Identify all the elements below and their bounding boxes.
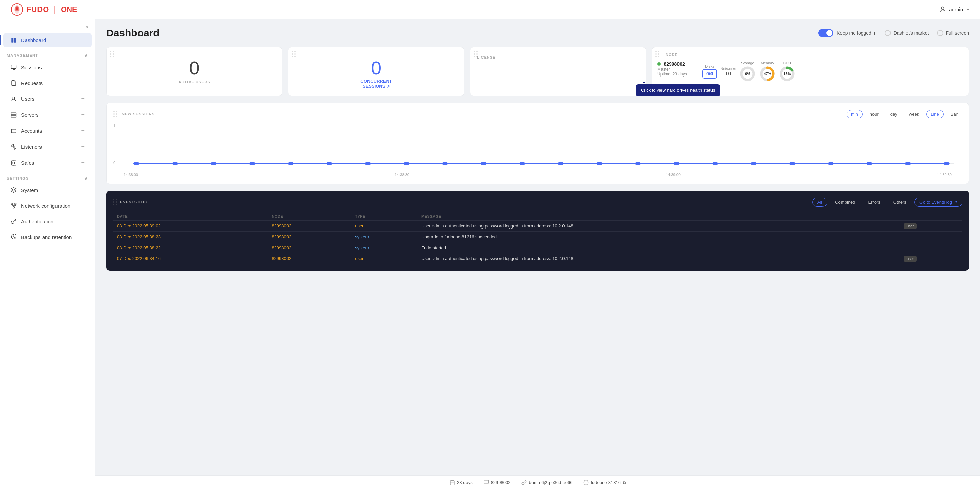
event-node-0: 82998002 — [267, 221, 351, 231]
node-disks-value[interactable]: 0/0 — [702, 69, 717, 79]
svg-point-38 — [558, 162, 564, 165]
active-users-drag-handle[interactable] — [110, 51, 115, 58]
sidebar-item-requests[interactable]: Requests — [3, 76, 92, 90]
goto-events-log-button[interactable]: Go to Events log ↗ — [914, 198, 962, 207]
chart-btn-line[interactable]: Line — [926, 110, 943, 118]
sidebar-item-accounts[interactable]: Accounts + — [3, 124, 92, 138]
sidebar-item-network[interactable]: Network configuration — [3, 198, 92, 213]
svg-rect-7 — [11, 65, 16, 69]
sidebar-item-safes[interactable]: Safes + — [3, 156, 92, 170]
sidebar-item-listeners[interactable]: Listeners + — [3, 140, 92, 154]
full-screen-group: Full screen — [937, 30, 969, 36]
node-cpu-metric: CPU 15% — [779, 61, 795, 82]
svg-rect-54 — [484, 482, 488, 483]
status-node-id-value: 82998002 — [491, 480, 511, 485]
chart-btn-bar[interactable]: Bar — [946, 110, 962, 118]
events-filters: All Combined Errors Others Go to Events … — [812, 198, 962, 207]
license-drag-handle[interactable] — [474, 51, 478, 58]
svg-point-46 — [866, 162, 872, 165]
filter-btn-others[interactable]: Others — [888, 198, 912, 207]
logo-one-text: ONE — [61, 5, 77, 14]
dashlet-market-radio[interactable] — [885, 30, 891, 36]
filter-btn-combined[interactable]: Combined — [830, 198, 860, 207]
svg-point-2 — [941, 7, 943, 9]
svg-point-41 — [673, 162, 679, 165]
full-screen-radio[interactable] — [937, 30, 943, 36]
requests-label: Requests — [21, 80, 43, 86]
safes-add-button[interactable]: + — [81, 159, 85, 166]
servers-label: Servers — [21, 112, 39, 117]
event-message-3: User admin authenticated using password … — [417, 253, 900, 264]
sidebar-item-system[interactable]: System — [3, 183, 92, 197]
time-btn-week[interactable]: week — [904, 110, 924, 118]
svg-point-37 — [519, 162, 525, 165]
fudo-logo-icon — [11, 3, 23, 16]
page-title: Dashboard — [106, 27, 159, 39]
page-header: Dashboard Keep me logged in Dashlet's ma… — [106, 27, 969, 39]
chart-y-max: 1 — [113, 124, 115, 128]
sidebar-item-servers[interactable]: Servers + — [3, 108, 92, 122]
events-log-card: EVENTS LOG All Combined Errors Others Go… — [106, 191, 969, 271]
filter-btn-all[interactable]: All — [812, 198, 827, 207]
user-menu[interactable]: admin ▾ — [939, 6, 969, 13]
safes-label: Safes — [21, 160, 34, 166]
event-date-1: 08 Dec 2022 05:38:23 — [113, 231, 267, 242]
svg-point-47 — [905, 162, 911, 165]
node-cpu-label: CPU — [783, 61, 791, 65]
sidebar-item-authentication[interactable]: Authentication — [3, 214, 92, 229]
full-screen-label: Full screen — [946, 30, 969, 36]
time-btn-hour[interactable]: hour — [865, 110, 883, 118]
copy-button[interactable]: ⧉ — [623, 480, 626, 485]
backups-label: Backups and retention — [21, 234, 72, 240]
concurrent-sessions-drag-handle[interactable] — [292, 51, 296, 58]
servers-add-button[interactable]: + — [81, 111, 85, 118]
node-drag-handle[interactable] — [655, 51, 660, 58]
concurrent-sessions-dashlet: 0 CONCURRENT SESSIONS ↗ — [288, 47, 464, 96]
accounts-icon — [10, 127, 17, 134]
sidebar-section-management: MANAGEMENT ∧ — [0, 48, 95, 60]
concurrent-sessions-label[interactable]: CONCURRENT SESSIONS ↗ — [295, 79, 457, 89]
sidebar-item-dashboard[interactable]: Dashboard — [3, 33, 92, 47]
col-date: DATE — [113, 212, 267, 221]
concurrent-sessions-value[interactable]: 0 — [295, 57, 457, 79]
sidebar-item-sessions[interactable]: Sessions — [3, 60, 92, 75]
svg-rect-6 — [14, 40, 16, 43]
time-btn-min[interactable]: min — [846, 110, 862, 118]
svg-point-35 — [442, 162, 448, 165]
event-type-2: system — [351, 242, 417, 253]
sidebar-item-users[interactable]: Users + — [3, 92, 92, 106]
status-version: fudoone-81316 ⧉ — [583, 480, 625, 485]
sessions-title: NEW SESSIONS — [122, 112, 155, 116]
sidebar-collapse-button[interactable]: « — [86, 23, 89, 30]
svg-point-40 — [635, 162, 641, 165]
keep-logged-in-toggle[interactable] — [818, 29, 833, 37]
events-table: DATE NODE TYPE MESSAGE 08 Dec 2022 05:39… — [113, 212, 962, 264]
event-message-0: User admin authenticated using password … — [417, 221, 900, 231]
sessions-drag-handle[interactable] — [113, 111, 118, 117]
management-chevron[interactable]: ∧ — [84, 53, 88, 58]
event-node-1: 82998002 — [267, 231, 351, 242]
users-icon — [10, 95, 17, 102]
sidebar-item-backups[interactable]: Backups and retention — [3, 230, 92, 244]
user-menu-chevron: ▾ — [967, 7, 969, 12]
listeners-add-button[interactable]: + — [81, 143, 85, 150]
sidebar-collapse-area: « — [0, 19, 95, 32]
settings-chevron[interactable]: ∧ — [84, 175, 88, 181]
license-title: LICENSE — [477, 56, 639, 60]
svg-point-34 — [403, 162, 409, 165]
time-btn-day[interactable]: day — [886, 110, 902, 118]
table-row: 08 Dec 2022 05:38:23 82998002 system Upg… — [113, 231, 962, 242]
accounts-add-button[interactable]: + — [81, 127, 85, 134]
sessions-chart-area: 1 0 — [113, 124, 962, 171]
node-name: 82998002 — [663, 61, 685, 67]
node-networks-value: 1/1 — [725, 71, 731, 76]
svg-point-45 — [827, 162, 834, 165]
x-label-2: 14:39:00 — [666, 173, 681, 177]
svg-point-32 — [326, 162, 332, 165]
system-label: System — [21, 187, 38, 193]
authentication-icon — [10, 218, 17, 225]
events-drag-handle[interactable] — [113, 198, 118, 206]
node-disks-metric: Disks 0/0 Click to view hard drives heal… — [702, 64, 717, 79]
filter-btn-errors[interactable]: Errors — [863, 198, 885, 207]
users-add-button[interactable]: + — [81, 95, 85, 102]
